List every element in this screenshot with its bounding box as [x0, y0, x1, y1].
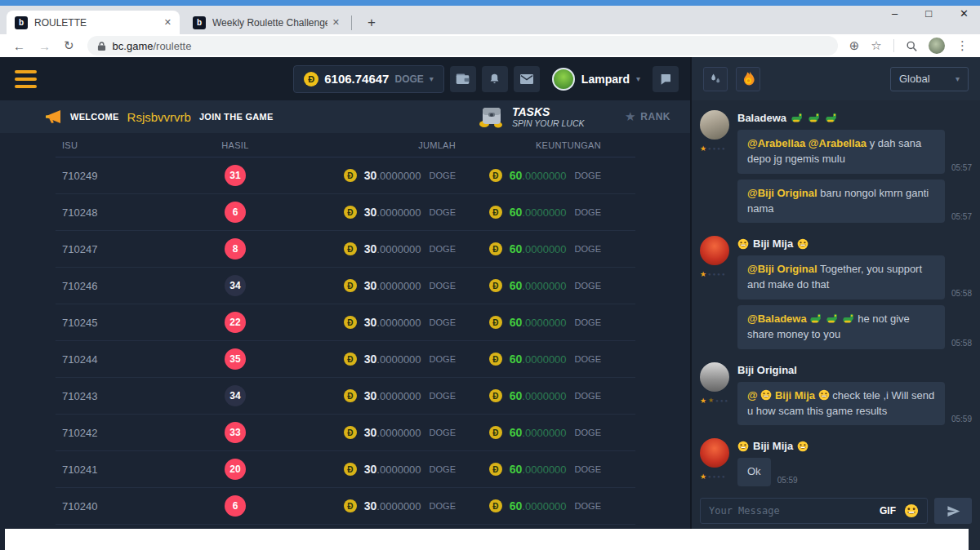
table-row[interactable]: 7102486Ð30.0000000DOGEÐ60.0000000DOGE [56, 194, 635, 231]
amount-integer: 60 [510, 353, 523, 366]
welcome-message: WELCOME Rsjsbvvrvrb JOIN THE GAME [44, 100, 274, 133]
chat-mention[interactable]: @Arabellaa [808, 137, 866, 149]
amount-integer: 30 [364, 169, 377, 182]
chat-bubble: @Biji Original Together, you support and… [737, 255, 945, 299]
tab-weekly-challenge[interactable]: b Weekly Roulette Challenge - Win ✕ [185, 11, 348, 34]
llama-emote-icon [791, 113, 804, 123]
chat-username[interactable]: Biji Mija [737, 236, 972, 250]
forward-icon[interactable]: → [38, 39, 51, 53]
chat-timestamp: 05:57 [951, 212, 972, 223]
amount-integer: 30 [364, 206, 377, 219]
tab-roulette[interactable]: b ROULETTE ✕ [7, 11, 180, 34]
tasks-link[interactable]: TASKS SPIN YOUR LUCK [476, 100, 585, 133]
bet-amount: Ð30.0000000DOGE [301, 206, 456, 219]
chat-avatar[interactable] [700, 236, 729, 265]
star-rating: ★●●●● [700, 270, 737, 278]
chat-mention[interactable]: @ [747, 389, 758, 401]
table-row[interactable]: 71024435Ð30.0000000DOGEÐ60.0000000DOGE [56, 341, 635, 378]
chat-avatar[interactable] [700, 438, 729, 468]
window-title-strip [0, 0, 980, 6]
amount-integer: 60 [510, 389, 523, 402]
table-row[interactable]: 71024931Ð30.0000000DOGEÐ60.0000000DOGE [56, 157, 635, 194]
emoji-picker-icon[interactable] [904, 503, 919, 518]
doge-coin-icon: Ð [344, 463, 357, 476]
doge-coin-icon: Ð [304, 72, 318, 86]
table-row[interactable]: 71024522Ð30.0000000DOGEÐ60.0000000DOGE [56, 304, 635, 341]
chat-toggle-button[interactable] [653, 66, 679, 92]
amount-currency: DOGE [430, 391, 456, 401]
send-button[interactable] [934, 498, 972, 524]
amount-integer: 30 [364, 316, 377, 329]
new-tab-button[interactable]: + [361, 12, 382, 33]
bell-icon [488, 73, 501, 86]
doge-coin-icon: Ð [344, 242, 357, 255]
welcome-suffix: JOIN THE GAME [199, 112, 274, 122]
table-row[interactable]: 7102406Ð30.0000000DOGEÐ60.0000000DOGE [56, 488, 635, 525]
chevron-down-icon: ▾ [430, 74, 434, 83]
column-jumlah: JUMLAH [301, 140, 456, 150]
zoom-page-icon[interactable]: ⊕ [849, 38, 860, 53]
amount-currency: DOGE [430, 281, 456, 291]
chat-mention[interactable]: Biji Mija [775, 389, 815, 401]
table-row[interactable]: 7102478Ð30.0000000DOGEÐ60.0000000DOGE [56, 231, 635, 268]
bet-id: 710242 [56, 427, 170, 439]
doge-coin-icon: Ð [489, 206, 502, 219]
site-favicon-icon: b [193, 16, 206, 29]
chat-mention[interactable]: @Arabellaa [747, 137, 805, 149]
menu-hamburger-icon[interactable] [15, 70, 37, 88]
chat-username[interactable]: Biji Mija [737, 438, 972, 452]
tab-close-icon[interactable]: ✕ [164, 17, 172, 28]
table-row[interactable]: 71024334Ð30.0000000DOGEÐ60.0000000DOGE [56, 378, 635, 415]
gif-button[interactable]: GIF [880, 505, 896, 517]
result-cell: 33 [170, 422, 301, 443]
search-extension-icon[interactable] [906, 40, 918, 52]
minimize-button[interactable]: – [892, 7, 898, 20]
user-menu[interactable]: Lampard ▾ [552, 68, 640, 91]
browser-profile-avatar[interactable] [929, 38, 945, 54]
chat-username[interactable]: Biji Original [737, 362, 972, 376]
balance-selector[interactable]: Ð 6106.74647 DOGE ▾ [293, 65, 444, 93]
rain-button[interactable] [703, 67, 728, 91]
amount-decimals: .0000000 [522, 390, 566, 402]
amount-currency: DOGE [575, 207, 601, 217]
llama-emote-icon [808, 113, 821, 123]
back-icon[interactable]: ← [13, 39, 25, 53]
message-input[interactable] [709, 505, 871, 517]
chat-channel-select[interactable]: Global ▾ [890, 67, 969, 91]
bet-amount: Ð30.0000000DOGE [301, 426, 456, 439]
chat-username[interactable]: Baladewa [737, 110, 972, 124]
url-field[interactable]: bc.game/roulette [87, 36, 838, 55]
chat-avatar[interactable] [700, 110, 729, 140]
llama-emote-icon [826, 313, 839, 324]
bet-id: 710249 [56, 170, 170, 182]
amount-integer: 60 [510, 169, 523, 182]
tab-close-icon[interactable]: ✕ [332, 17, 340, 28]
result-cell: 22 [170, 312, 301, 333]
star-dot-icon: ● [722, 146, 725, 151]
notifications-button[interactable] [482, 66, 508, 92]
bottom-white-strip [5, 529, 969, 550]
chat-mention[interactable]: @Biji Original [747, 263, 817, 275]
bookmark-icon[interactable]: ☆ [871, 38, 881, 53]
table-row[interactable]: 71024233Ð30.0000000DOGEÐ60.0000000DOGE [56, 415, 635, 451]
close-button[interactable]: ✕ [960, 7, 969, 20]
table-row[interactable]: 71024634Ð30.0000000DOGEÐ60.0000000DOGE [56, 268, 635, 304]
browser-menu-icon[interactable]: ⋮ [956, 38, 969, 53]
table-row[interactable]: 71024120Ð30.0000000DOGEÐ60.0000000DOGE [56, 451, 635, 488]
messages-button[interactable] [514, 66, 540, 92]
amount-currency: DOGE [430, 171, 456, 180]
doge-coin-icon: Ð [489, 353, 502, 366]
amount-decimals: .0000000 [376, 280, 421, 292]
maximize-button[interactable]: □ [925, 7, 932, 20]
reload-icon[interactable]: ↻ [64, 38, 74, 53]
chat-mention[interactable]: @Baladewa [747, 313, 807, 325]
coin-drop-button[interactable] [736, 67, 760, 91]
wallet-button[interactable] [450, 66, 476, 92]
rank-link[interactable]: ★ RANK [625, 100, 670, 133]
bet-id: 710247 [56, 243, 170, 255]
chat-mention[interactable]: @Biji Original [747, 187, 817, 199]
bet-history-table: ISU HASIL JUMLAH KEUNTUNGAN 71024931Ð30.… [56, 133, 635, 525]
grin-emoji-icon [760, 389, 772, 401]
result-cell: 6 [170, 495, 301, 517]
chat-avatar[interactable] [700, 362, 729, 392]
